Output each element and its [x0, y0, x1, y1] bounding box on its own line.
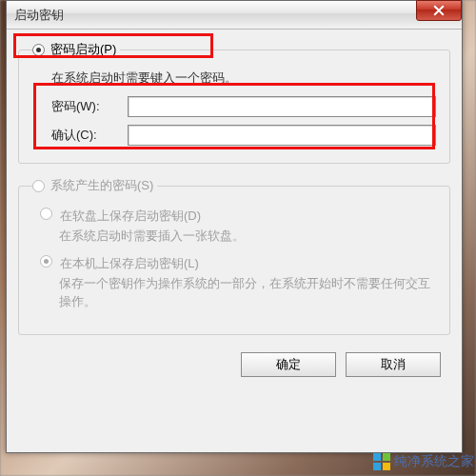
group1-legend-text: 密码启动(P): [50, 41, 116, 58]
floppy-label: 在软盘上保存启动密钥(D): [60, 208, 201, 225]
group1-description: 在系统启动时需要键入一个密码。: [51, 69, 436, 87]
radio-icon: [40, 255, 52, 268]
confirm-row: 确认(C):: [51, 125, 436, 146]
titlebar[interactable]: 启动密钥: [7, 1, 462, 30]
local-description: 保存一个密钥作为操作系统的一部分，在系统开始时不需要任何交互操作。: [59, 274, 436, 311]
button-row: 确定 取消: [18, 348, 450, 377]
radio-system-password[interactable]: 系统产生的密码(S): [32, 177, 157, 194]
ok-button[interactable]: 确定: [241, 352, 336, 377]
password-label: 密码(W):: [51, 98, 128, 115]
local-label: 在本机上保存启动密钥(L): [60, 255, 199, 272]
floppy-description: 在系统启动时需要插入一张软盘。: [59, 227, 436, 246]
radio-password-start[interactable]: 密码启动(P): [32, 41, 120, 58]
radio-local: 在本机上保存启动密钥(L): [40, 255, 436, 272]
watermark-logo-icon: [373, 453, 390, 470]
password-row: 密码(W):: [51, 96, 436, 117]
cancel-button[interactable]: 取消: [346, 352, 441, 377]
confirm-input[interactable]: [128, 125, 436, 146]
dialog-window: 启动密钥 密码启动(P) 在系统启动时需要键入一个密码。 密码(W): 确认(C…: [6, 0, 463, 453]
client-area: 密码启动(P) 在系统启动时需要键入一个密码。 密码(W): 确认(C): 系统…: [7, 30, 462, 385]
radio-floppy: 在软盘上保存启动密钥(D): [40, 208, 436, 225]
group-system-password: 系统产生的密码(S) 在软盘上保存启动密钥(D) 在系统启动时需要插入一张软盘。…: [18, 177, 450, 335]
window-title: 启动密钥: [14, 7, 64, 24]
password-input[interactable]: [128, 96, 436, 117]
close-button[interactable]: [416, 0, 462, 21]
radio-icon: [32, 180, 45, 192]
radio-icon: [40, 208, 52, 220]
watermark-text: 纯净系统之家: [394, 453, 474, 470]
close-icon: [433, 5, 445, 16]
group2-legend-text: 系统产生的密码(S): [50, 177, 153, 194]
group-password-start: 密码启动(P) 在系统启动时需要键入一个密码。 密码(W): 确认(C):: [18, 41, 450, 164]
watermark: 纯净系统之家: [373, 453, 474, 470]
confirm-label: 确认(C):: [51, 127, 128, 144]
radio-icon: [32, 44, 45, 56]
